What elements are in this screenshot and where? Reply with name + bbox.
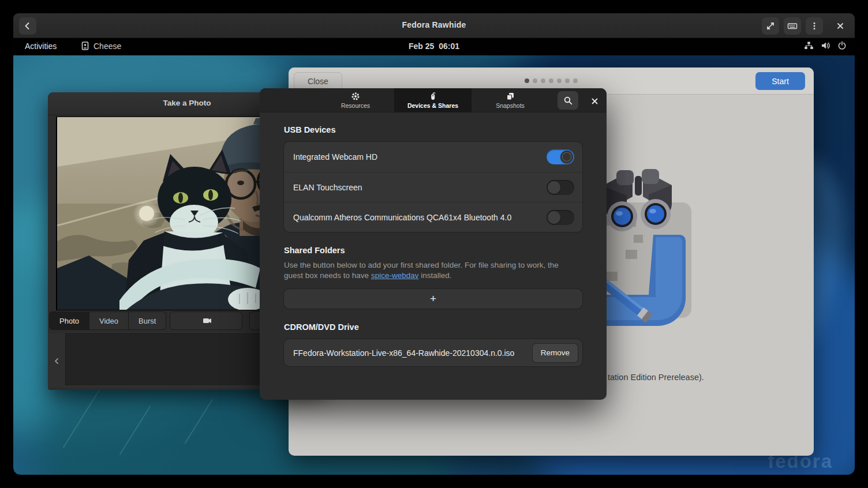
dialog-tab-bar: Resources Devices & Shares [260,88,607,112]
keyboard-button[interactable] [784,17,801,35]
search-icon [563,96,573,106]
guest-caption-text: tation Edition Prerelease). [608,373,704,382]
box-properties-dialog: Resources Devices & Shares [260,88,607,400]
device-toggle[interactable] [547,210,574,225]
snapshots-icon [506,92,515,101]
toggle-knob [548,181,560,194]
screen: Fedora Rawhide [0,0,868,488]
dialog-close-button[interactable] [586,93,603,109]
shared-folders-description: Use the button below to add your first s… [284,260,568,281]
capture-mode-group: Photo Video Burst [49,311,166,330]
boxes-titlebar: Fedora Rawhide [13,13,855,38]
camera-record-icon [201,317,211,325]
desc-text: installed. [418,271,451,280]
carousel-dot[interactable] [557,78,562,83]
take-photo-button[interactable] [170,311,242,330]
usb-device-list: Integrated Webcam HD ELAN Touchscreen Qu… [284,142,582,232]
device-name: Qualcomm Atheros Communications QCA61x4 … [293,213,547,222]
boxes-window: Fedora Rawhide [13,13,855,475]
device-name: ELAN Touchscreen [293,183,547,192]
add-shared-folder-button[interactable]: + [284,289,582,309]
keyboard-icon [787,21,798,31]
toggle-knob [560,151,573,163]
guest-start-button[interactable]: Start [755,72,805,90]
system-tray[interactable] [804,41,847,50]
toggle-knob [548,211,560,224]
device-name: Integrated Webcam HD [293,152,547,162]
window-title: Fedora Rawhide [13,20,855,29]
carousel-dot[interactable] [565,78,570,83]
mode-video-button[interactable]: Video [89,311,129,330]
mode-photo-button[interactable]: Photo [49,311,89,330]
shared-folders-title: Shared Folders [284,246,582,255]
device-toggle[interactable] [547,149,574,164]
usb-device-row: ELAN Touchscreen [284,172,582,202]
carousel-dot[interactable] [541,78,545,83]
strip-prev-button[interactable] [50,354,63,368]
tab-devices-shares[interactable]: Devices & Shares [394,88,472,112]
usb-device-row: Integrated Webcam HD [284,142,582,172]
tab-snapshots[interactable]: Snapshots [472,88,549,112]
power-icon [837,41,847,50]
chevron-left-icon [53,358,60,365]
network-icon [804,41,814,50]
desktop-wallpaper: fedora Close Start [13,55,855,475]
kebab-menu-icon [810,21,819,31]
carousel-dots [289,78,814,83]
cdrom-file-name: FFedora-Workstation-Live-x86_64-Rawhide-… [293,348,533,358]
close-icon [591,97,598,105]
remove-cdrom-button[interactable]: Remove [533,344,578,362]
cdrom-row: FFedora-Workstation-Live-x86_64-Rawhide-… [284,339,582,366]
carousel-dot[interactable] [533,78,537,83]
tab-label: Devices & Shares [407,102,458,109]
mouse-icon [428,92,437,101]
gear-icon [351,92,360,101]
clock[interactable]: Feb 25 06:01 [13,42,855,51]
volume-icon [821,41,830,50]
cdrom-card: FFedora-Workstation-Live-x86_64-Rawhide-… [284,339,582,366]
fullscreen-button[interactable] [762,17,779,35]
tab-label: Resources [341,102,370,109]
fullscreen-icon [766,21,775,31]
tab-label: Snapshots [496,102,525,109]
carousel-dot[interactable] [525,78,529,83]
carousel-dot[interactable] [573,78,578,83]
cdrom-section-title: CDROM/DVD Drive [284,322,582,332]
usb-device-row: Qualcomm Atheros Communications QCA61x4 … [284,202,582,232]
tab-resources[interactable]: Resources [317,88,394,112]
menu-button[interactable] [806,17,823,35]
device-toggle[interactable] [547,180,574,195]
dialog-search-button[interactable] [558,91,578,110]
carousel-dot[interactable] [549,78,553,83]
dialog-content: USB Devices Integrated Webcam HD ELAN To… [284,112,582,366]
spice-webdav-link[interactable]: spice-webdav [371,271,419,280]
shell-top-bar: Activities Cheese Feb 25 06:01 [13,38,855,55]
close-icon [836,22,844,30]
window-close-button[interactable] [832,17,849,35]
usb-section-title: USB Devices [284,125,582,134]
mode-burst-button[interactable]: Burst [129,311,166,330]
